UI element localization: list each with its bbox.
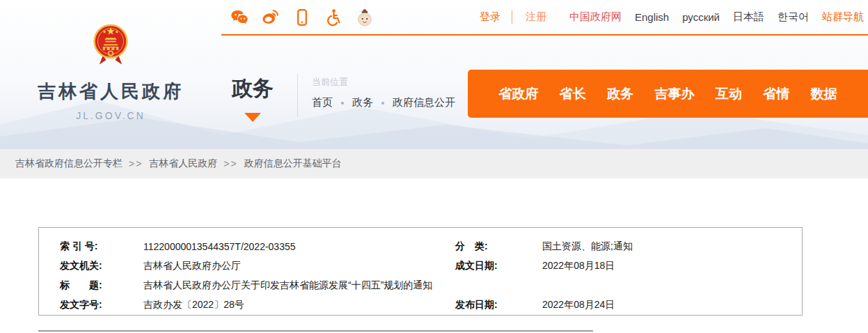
bullet-separator-icon <box>341 102 344 104</box>
breadcrumb-zhengwu-link[interactable]: 政务 <box>352 96 373 109</box>
main-nav: 省政府 省长 政务 吉事办 互动 省情 数据 <box>468 70 868 118</box>
breadcrumb-separator: >> <box>129 158 143 169</box>
section-divider-line <box>38 330 593 332</box>
nav-item-zhengwu[interactable]: 政务 <box>607 85 633 103</box>
register-link[interactable]: 注册 <box>526 10 546 24</box>
triangle-down-icon <box>244 113 261 122</box>
lang-japanese-link[interactable]: 日本語 <box>733 10 764 24</box>
nav-item-jishiban[interactable]: 吉事办 <box>655 85 695 103</box>
page: 吉林省人民政府 JL.GOV.CN <box>0 0 868 333</box>
site-group-nav-link[interactable]: 站群导航 <box>822 10 864 24</box>
mobile-app-icon[interactable] <box>292 8 312 27</box>
bullet-separator-icon <box>381 102 384 104</box>
title-label: 标 题: <box>60 279 143 292</box>
section-title-wrap: 政务 <box>232 70 285 122</box>
lang-russian-link[interactable]: русский <box>682 11 720 23</box>
publish-date-value: 2022年08月24日 <box>542 299 802 311</box>
site-logo[interactable]: 吉林省人民政府 JL.GOV.CN <box>0 0 221 121</box>
site-title: 吉林省人民政府 <box>0 79 221 104</box>
publish-date-label: 发布日期: <box>455 299 542 311</box>
title-value: 吉林省人民政府办公厅关于印发吉林省能源发展“十四五”规划的通知 <box>143 279 455 292</box>
document-metadata-table: 索 引 号: 11220000013544357T/2022-03355 分 类… <box>38 227 803 316</box>
current-location-label: 当前位置 <box>312 76 455 88</box>
main-content: 索 引 号: 11220000013544357T/2022-03355 分 类… <box>0 178 868 333</box>
bc-platform-link[interactable]: 政府信息公开基础平台 <box>244 157 342 170</box>
breadcrumb-bar: 吉林省政府信息公开专栏 >> 吉林省人民政府 >> 政府信息公开基础平台 <box>0 149 868 178</box>
mascot-icon[interactable] <box>355 8 374 27</box>
breadcrumb-info-disclosure-link[interactable]: 政府信息公开 <box>393 96 455 109</box>
weibo-icon[interactable] <box>261 8 281 27</box>
issuing-agency-value: 吉林省人民政府办公厅 <box>143 260 455 272</box>
index-number-value: 11220000013544357T/2022-03355 <box>143 241 455 252</box>
nav-item-provincial-government[interactable]: 省政府 <box>498 85 538 103</box>
top-utility-bar: 登录 注册 中国政府网 English русский 日本語 한국어 站群导航 <box>221 0 868 36</box>
issuing-agency-label: 发文机关: <box>60 260 143 272</box>
written-date-value: 2022年08月18日 <box>542 260 802 272</box>
index-number-label: 索 引 号: <box>60 240 143 253</box>
category-value: 国土资源、能源;通知 <box>542 240 802 253</box>
national-emblem-icon <box>90 21 131 70</box>
section-block: 政务 当前位置 首页 政务 政府信息公开 <box>232 70 455 122</box>
document-number-value: 吉政办发〔2022〕28号 <box>143 299 455 311</box>
bc-info-disclosure-column-link[interactable]: 吉林省政府信息公开专栏 <box>15 157 123 170</box>
current-location: 当前位置 首页 政务 政府信息公开 <box>312 70 455 122</box>
accessibility-icon[interactable] <box>324 8 343 27</box>
social-icons <box>230 8 374 27</box>
wechat-icon[interactable] <box>230 8 249 27</box>
category-label: 分 类: <box>455 240 542 253</box>
page-section-title: 政务 <box>232 78 285 99</box>
top-links: 登录 注册 中国政府网 English русский 日本語 한국어 站群导航 <box>480 10 864 24</box>
vertical-divider <box>297 74 298 117</box>
china-gov-link[interactable]: 中国政府网 <box>569 10 622 24</box>
breadcrumb-separator: >> <box>223 158 237 169</box>
written-date-label: 成文日期: <box>455 260 542 272</box>
bc-jilin-gov-link[interactable]: 吉林省人民政府 <box>149 157 217 170</box>
nav-item-interaction[interactable]: 互动 <box>716 85 742 103</box>
lang-english-link[interactable]: English <box>635 11 669 23</box>
site-domain: JL.GOV.CN <box>0 110 221 121</box>
login-link[interactable]: 登录 <box>480 10 512 24</box>
document-number-label: 发文字号: <box>60 299 143 311</box>
nav-item-province-info[interactable]: 省情 <box>763 85 789 103</box>
nav-item-data[interactable]: 数据 <box>811 85 837 103</box>
site-header: 吉林省人民政府 JL.GOV.CN <box>0 0 868 149</box>
breadcrumb-home-link[interactable]: 首页 <box>312 96 333 109</box>
nav-item-governor[interactable]: 省长 <box>560 85 586 103</box>
location-breadcrumb: 首页 政务 政府信息公开 <box>312 96 455 109</box>
lang-korean-link[interactable]: 한국어 <box>778 10 809 24</box>
